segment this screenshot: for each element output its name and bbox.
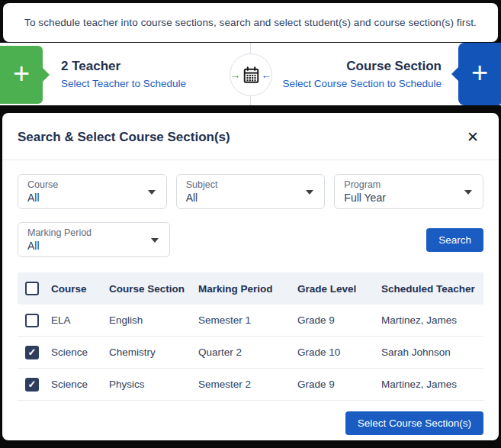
calendar-transfer-badge: → ← — [230, 53, 272, 96]
cell-course-section: Chemistry — [109, 346, 198, 358]
chevron-down-icon — [306, 190, 313, 195]
arrow-right-icon: → — [230, 69, 241, 81]
filter-section: Course All Subject All Program Full Year… — [2, 160, 499, 257]
select-all-checkbox[interactable]: ✓ — [25, 282, 39, 295]
instruction-text: To schedule teacher into course sections… — [24, 17, 477, 28]
close-icon[interactable]: ✕ — [465, 128, 480, 146]
column-header-course-section: Course Section — [109, 283, 198, 295]
plus-icon: + — [471, 58, 488, 87]
dropdown-value: All — [27, 192, 157, 204]
table-row: ✓ Science Physics Semester 2 Grade 9 Mar… — [18, 369, 483, 401]
cell-course: Science — [51, 379, 109, 390]
column-header-grade-level: Grade Level — [297, 283, 381, 295]
cell-grade-level: Grade 9 — [297, 314, 381, 326]
table-row: ✓ ELA English Semester 1 Grade 9 Martine… — [18, 305, 483, 337]
dropdown-label: Subject — [186, 179, 316, 190]
chevron-down-icon — [151, 238, 159, 243]
dropdown-label: Program — [344, 179, 474, 190]
scheduler-bar: + 2 Teacher Select Teacher to Schedule →… — [0, 43, 501, 105]
dropdown-label: Course — [27, 179, 157, 190]
cell-marking-period: Quarter 2 — [198, 346, 297, 358]
row-checkbox[interactable]: ✓ — [25, 346, 39, 359]
dropdown-label: Marking Period — [27, 227, 160, 238]
add-course-section-button[interactable]: + — [458, 43, 501, 105]
dropdown-value: All — [186, 192, 316, 204]
cell-grade-level: Grade 9 — [297, 379, 381, 390]
marking-period-filter-dropdown[interactable]: Marking Period All — [18, 222, 170, 257]
chevron-down-icon — [148, 190, 156, 195]
modal-footer: Select Course Section(s) — [2, 401, 499, 435]
row-checkbox[interactable]: ✓ — [25, 314, 39, 327]
cell-course: ELA — [51, 314, 109, 326]
teacher-count-title: 2 Teacher — [61, 59, 186, 74]
cell-course-section: Physics — [109, 379, 198, 390]
course-section-summary: Course Section Select Course Section to … — [282, 59, 442, 89]
table-header-row: ✓ Course Course Section Marking Period G… — [18, 272, 483, 305]
course-filter-dropdown[interactable]: Course All — [18, 174, 167, 209]
calendar-icon — [242, 66, 261, 85]
teacher-summary: 2 Teacher Select Teacher to Schedule — [61, 59, 186, 89]
cell-scheduled-teacher: Martinez, James — [381, 314, 483, 326]
column-header-course: Course — [51, 283, 109, 295]
cell-marking-period: Semester 2 — [198, 379, 297, 390]
search-select-course-section-modal: Search & Select Course Section(s) ✕ Cour… — [2, 113, 499, 440]
table-row: ✓ Science Chemistry Quarter 2 Grade 10 S… — [18, 337, 483, 369]
arrow-left-icon: ← — [262, 69, 272, 81]
dropdown-value: Full Year — [344, 192, 474, 204]
row-checkbox[interactable]: ✓ — [25, 378, 39, 392]
instruction-banner: To schedule teacher into course sections… — [3, 3, 498, 42]
column-header-scheduled-teacher: Scheduled Teacher — [381, 283, 483, 295]
cell-scheduled-teacher: Sarah Johnson — [381, 346, 483, 358]
select-teacher-link[interactable]: Select Teacher to Schedule — [61, 78, 186, 89]
chevron-down-icon — [464, 190, 472, 195]
search-button[interactable]: Search — [426, 228, 483, 252]
select-course-section-link[interactable]: Select Course Section to Schedule — [282, 78, 442, 89]
column-header-marking-period: Marking Period — [198, 283, 297, 295]
course-section-table: ✓ Course Course Section Marking Period G… — [18, 272, 483, 401]
cell-course-section: English — [109, 314, 198, 326]
modal-header: Search & Select Course Section(s) ✕ — [2, 113, 499, 160]
dropdown-value: All — [27, 240, 160, 252]
subject-filter-dropdown[interactable]: Subject All — [176, 174, 326, 209]
plus-icon: + — [13, 59, 30, 88]
cell-scheduled-teacher: Martinez, James — [381, 379, 483, 390]
select-course-sections-button[interactable]: Select Course Section(s) — [345, 411, 483, 435]
cell-course: Science — [51, 346, 109, 358]
course-section-title: Course Section — [282, 59, 442, 74]
cell-grade-level: Grade 10 — [297, 346, 381, 358]
program-filter-dropdown[interactable]: Program Full Year — [334, 174, 483, 209]
cell-marking-period: Semester 1 — [198, 314, 297, 326]
modal-title: Search & Select Course Section(s) — [18, 130, 230, 145]
add-teacher-button[interactable]: + — [0, 46, 43, 104]
